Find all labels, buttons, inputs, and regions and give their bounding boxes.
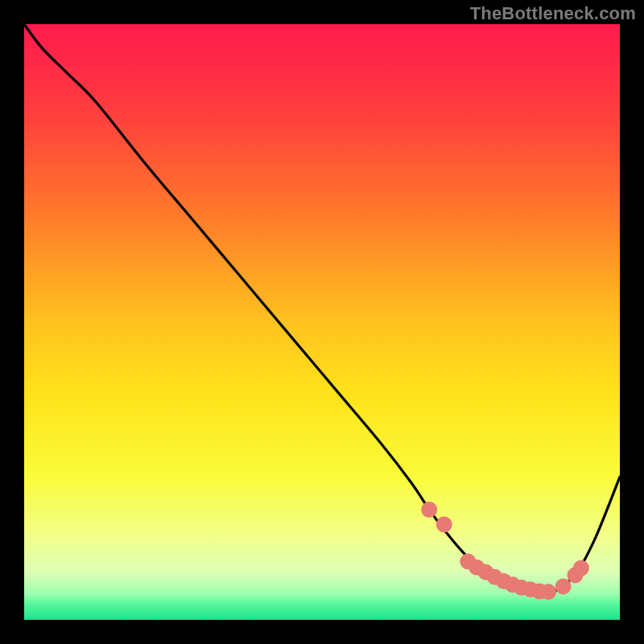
data-marker [424,505,435,515]
chart-svg [24,24,620,620]
data-marker [439,519,449,530]
markers-group [424,505,586,597]
data-marker [576,563,587,573]
bottleneck-curve [24,24,620,592]
plot-area [24,24,620,620]
data-marker [558,581,568,592]
watermark-text: TheBottleneck.com [470,3,636,24]
chart-frame: TheBottleneck.com [0,0,644,644]
data-marker [543,587,554,597]
